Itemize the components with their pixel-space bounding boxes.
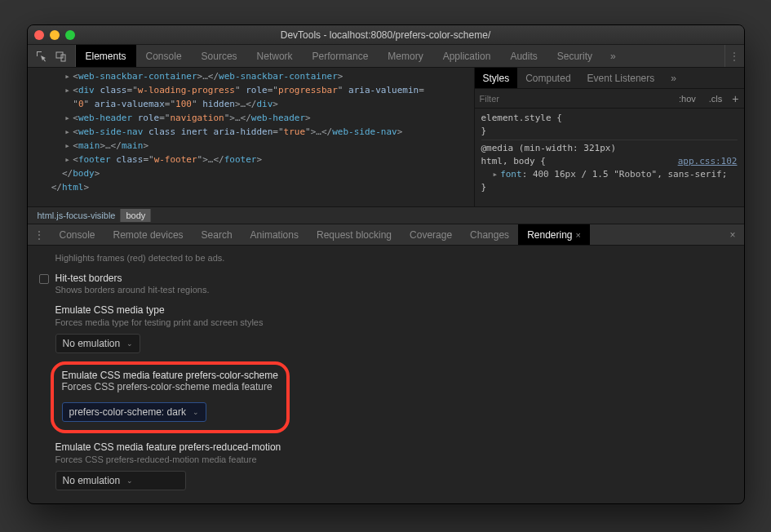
subtab-computed[interactable]: Computed — [517, 68, 578, 88]
hit-test-title: Hit-test borders — [55, 273, 210, 284]
chevron-down-icon: ⌄ — [126, 477, 133, 485]
drawer-menu-icon[interactable]: ⋮ — [28, 229, 51, 241]
rule-element-style-close: } — [481, 126, 487, 136]
devtools-window: DevTools - localhost:8080/prefers-color-… — [27, 24, 745, 504]
rendering-panel: Highlights frames (red) detected to be a… — [28, 246, 744, 503]
dom-line[interactable]: ▸<web-header role="navigation">…</web-he… — [33, 111, 469, 125]
minimize-icon[interactable] — [50, 30, 60, 40]
chevron-down-icon: ⌄ — [193, 408, 199, 416]
overflow-cut-line: Highlights frames (red) detected to be a… — [55, 252, 733, 264]
hit-test-desc: Shows borders around hit-test regions. — [55, 284, 210, 296]
prefers-color-scheme-highlight: Emulate CSS media feature prefers-color-… — [51, 361, 290, 433]
toggle-hov[interactable]: :hov — [676, 92, 699, 105]
drawer-tab-request-blocking[interactable]: Request blocking — [308, 224, 401, 245]
main-tabs: Elements Console Sources Network Perform… — [28, 45, 744, 68]
pcs-value: prefers-color-scheme: dark — [69, 406, 186, 418]
dom-line[interactable]: </html> — [33, 180, 469, 194]
media-type-value: No emulation — [63, 338, 121, 349]
styles-pane: Styles Computed Event Listeners » :hov .… — [475, 68, 744, 206]
media-query-text: @media (min-width: 321px) — [481, 143, 617, 153]
tab-elements[interactable]: Elements — [76, 45, 136, 67]
dom-tree[interactable]: ▸<web-snackbar-container>…</web-snackbar… — [28, 68, 475, 206]
elements-split: ▸<web-snackbar-container>…</web-snackbar… — [28, 68, 744, 206]
crumb-html[interactable]: html.js-focus-visible — [33, 209, 122, 222]
drawer-tab-changes[interactable]: Changes — [461, 224, 518, 245]
window-titlebar: DevTools - localhost:8080/prefers-color-… — [28, 25, 744, 45]
dom-line[interactable]: ▸<footer class="w-footer">…</footer> — [33, 153, 469, 166]
subtab-styles[interactable]: Styles — [475, 68, 518, 88]
pcs-desc: Forces CSS prefers-color-scheme media fe… — [62, 381, 278, 392]
tab-memory[interactable]: Memory — [378, 45, 432, 67]
tab-audits[interactable]: Audits — [500, 45, 547, 67]
toggle-cls[interactable]: .cls — [706, 92, 726, 105]
chevron-down-icon: ⌄ — [126, 339, 133, 348]
media-type-desc: Forces media type for testing print and … — [55, 317, 733, 327]
expand-icon[interactable]: ▸ — [493, 169, 498, 180]
tab-console[interactable]: Console — [136, 45, 192, 67]
hit-test-checkbox[interactable] — [39, 274, 49, 284]
traffic-lights — [34, 30, 75, 40]
dom-line[interactable]: ▸<div class="w-loading-progress" role="p… — [33, 83, 469, 97]
styles-filter-bar: :hov .cls + — [475, 89, 744, 109]
prm-select[interactable]: No emulation ⌄ — [55, 471, 186, 490]
tabs-overflow-icon[interactable]: » — [602, 51, 624, 62]
toolbar-left — [28, 45, 76, 67]
rule-close: } — [481, 182, 487, 193]
drawer-tab-console[interactable]: Console — [51, 224, 104, 245]
css-val: 400 16px / 1.5 "Roboto", sans-serif; — [533, 169, 727, 180]
drawer-tab-rendering[interactable]: Rendering × — [518, 224, 590, 245]
prm-value: No emulation — [63, 475, 121, 486]
close-icon[interactable] — [34, 30, 44, 40]
css-prop: font — [500, 169, 522, 180]
dom-line[interactable]: ▸<web-snackbar-container>…</web-snackbar… — [33, 69, 469, 83]
device-toggle-icon[interactable] — [54, 49, 69, 64]
drawer-tab-coverage[interactable]: Coverage — [401, 224, 461, 245]
selector-text: html, body { — [481, 156, 546, 166]
inspect-icon[interactable] — [34, 49, 49, 64]
breadcrumb: html.js-focus-visible body — [28, 206, 744, 224]
dom-line[interactable]: </body> — [33, 166, 469, 180]
close-tab-icon[interactable]: × — [576, 230, 581, 240]
add-rule-icon[interactable]: + — [732, 92, 738, 105]
dom-line[interactable]: "0" aria-valuemax="100" hidden>…</div> — [33, 97, 469, 111]
tab-network[interactable]: Network — [247, 45, 303, 67]
dom-line[interactable]: ▸<main>…</main> — [33, 139, 469, 153]
pcs-title: Emulate CSS media feature prefers-color-… — [62, 370, 278, 381]
settings-menu-icon[interactable]: ⋮ — [724, 45, 744, 67]
drawer-tab-animations[interactable]: Animations — [241, 224, 308, 245]
pcs-select[interactable]: prefers-color-scheme: dark ⌄ — [62, 402, 206, 422]
drawer-tab-search[interactable]: Search — [193, 224, 241, 245]
window-title: DevTools - localhost:8080/prefers-color-… — [281, 29, 490, 41]
drawer-tab-remote-devices[interactable]: Remote devices — [104, 224, 193, 245]
tab-security[interactable]: Security — [547, 45, 602, 67]
drawer-close-icon[interactable]: × — [721, 229, 743, 241]
styles-tabs: Styles Computed Event Listeners » — [475, 68, 744, 89]
tab-performance[interactable]: Performance — [303, 45, 379, 67]
source-link[interactable]: app.css:102 — [678, 155, 738, 168]
css-rules[interactable]: element.style { } @media (min-width: 321… — [475, 109, 744, 197]
crumb-body[interactable]: body — [121, 209, 151, 222]
subtab-event-listeners[interactable]: Event Listeners — [579, 68, 663, 88]
maximize-icon[interactable] — [65, 30, 75, 40]
prm-desc: Forces CSS prefers-reduced-motion media … — [55, 454, 733, 464]
media-type-title: Emulate CSS media type — [55, 304, 733, 316]
dom-line[interactable]: ▸<web-side-nav class inert aria-hidden="… — [33, 125, 469, 139]
tab-sources[interactable]: Sources — [192, 45, 247, 67]
styles-filter-input[interactable] — [480, 94, 670, 104]
rule-element-style-open: element.style { — [481, 113, 562, 123]
drawer-tab-rendering-label: Rendering — [527, 229, 572, 241]
media-type-select[interactable]: No emulation ⌄ — [55, 334, 141, 353]
drawer-tabs: ⋮ Console Remote devices Search Animatio… — [28, 224, 744, 246]
tab-application[interactable]: Application — [433, 45, 501, 67]
styles-tabs-overflow-icon[interactable]: » — [662, 73, 685, 84]
prm-title: Emulate CSS media feature prefers-reduce… — [55, 441, 733, 453]
